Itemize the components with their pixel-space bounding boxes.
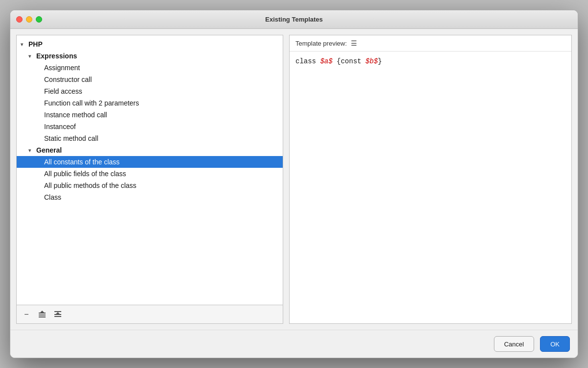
tree-arrow-expressions: ▾ — [28, 53, 34, 59]
svg-marker-7 — [56, 312, 60, 314]
move-up-button[interactable] — [36, 309, 48, 320]
tree-label-instanceof: Instanceof — [44, 123, 76, 131]
move-up-icon — [38, 310, 47, 319]
maximize-button[interactable] — [36, 16, 42, 23]
tree-label-class: Class — [44, 193, 61, 201]
dialog-title: Existing Templates — [265, 16, 323, 23]
preview-header: Template preview: ☰ — [290, 35, 571, 52]
preview-content: class $a$ {const $b$} — [290, 52, 571, 323]
code-prefix: class — [295, 57, 320, 65]
main-content: ▾ PHP▾ ExpressionsAssignmentConstructor … — [10, 29, 578, 330]
tree-label-php: PHP — [28, 40, 43, 48]
tree-item-constructor-call[interactable]: Constructor call — [17, 74, 283, 85]
tree-arrow-general: ▾ — [28, 148, 34, 153]
code-var-a: $a$ — [320, 57, 332, 65]
move-to-top-icon — [53, 310, 62, 319]
minimize-button[interactable] — [26, 16, 32, 23]
tree-label-instance-method-call: Instance method call — [44, 111, 107, 119]
close-button[interactable] — [16, 16, 23, 23]
tree-item-all-constants[interactable]: All constants of the class — [17, 156, 283, 168]
dialog: Existing Templates ▾ PHP▾ ExpressionsAss… — [10, 10, 578, 358]
tree-item-all-public-fields[interactable]: All public fields of the class — [17, 168, 283, 180]
tree-label-all-public-fields: All public fields of the class — [44, 170, 126, 178]
tree-item-general[interactable]: ▾ General — [17, 144, 283, 156]
tree-item-static-method-call[interactable]: Static method call — [17, 132, 283, 144]
svg-rect-2 — [39, 316, 46, 317]
svg-rect-1 — [39, 315, 46, 315]
tree-item-instanceof[interactable]: Instanceof — [17, 121, 283, 132]
tree-item-field-access[interactable]: Field access — [17, 85, 283, 97]
tree-label-assignment: Assignment — [44, 64, 80, 72]
preview-menu-icon[interactable]: ☰ — [351, 39, 357, 47]
tree-label-all-public-methods: All public methods of the class — [44, 182, 136, 189]
cancel-button[interactable]: Cancel — [494, 336, 534, 352]
tree-label-constructor-call: Constructor call — [44, 76, 92, 83]
tree-scroll[interactable]: ▾ PHP▾ ExpressionsAssignmentConstructor … — [17, 35, 283, 305]
tree-label-all-constants: All constants of the class — [44, 158, 120, 166]
svg-marker-3 — [40, 311, 44, 313]
svg-rect-5 — [54, 314, 61, 315]
tree-label-field-access: Field access — [44, 87, 82, 95]
tree-label-expressions: Expressions — [36, 52, 77, 60]
preview-header-title: Template preview: — [295, 40, 347, 47]
tree-item-class[interactable]: Class — [17, 191, 283, 203]
svg-rect-0 — [39, 313, 46, 314]
tree-item-php[interactable]: ▾ PHP — [17, 38, 283, 50]
svg-rect-6 — [54, 316, 61, 317]
preview-panel: Template preview: ☰ class $a$ {const $b$… — [289, 35, 572, 324]
code-var-b: $b$ — [366, 57, 378, 65]
tree-label-function-call: Function call with 2 parameters — [44, 99, 139, 107]
tree-arrow-php: ▾ — [21, 42, 26, 47]
traffic-lights — [16, 16, 42, 23]
bottom-bar: Cancel OK — [10, 330, 578, 358]
tree-item-instance-method-call[interactable]: Instance method call — [17, 109, 283, 121]
tree-item-expressions[interactable]: ▾ Expressions — [17, 50, 283, 62]
tree-label-general: General — [36, 146, 62, 154]
title-bar: Existing Templates — [10, 10, 578, 29]
tree-label-static-method-call: Static method call — [44, 134, 98, 142]
code-middle: {const — [333, 57, 366, 65]
code-suffix: } — [378, 57, 382, 65]
svg-rect-4 — [54, 311, 61, 312]
tree-panel: ▾ PHP▾ ExpressionsAssignmentConstructor … — [16, 35, 283, 324]
tree-item-function-call[interactable]: Function call with 2 parameters — [17, 97, 283, 109]
move-to-top-button[interactable] — [52, 309, 64, 320]
tree-item-all-public-methods[interactable]: All public methods of the class — [17, 180, 283, 191]
tree-toolbar: − — [17, 305, 283, 323]
tree-item-assignment[interactable]: Assignment — [17, 62, 283, 74]
ok-button[interactable]: OK — [540, 336, 570, 352]
remove-button[interactable]: − — [21, 309, 32, 320]
